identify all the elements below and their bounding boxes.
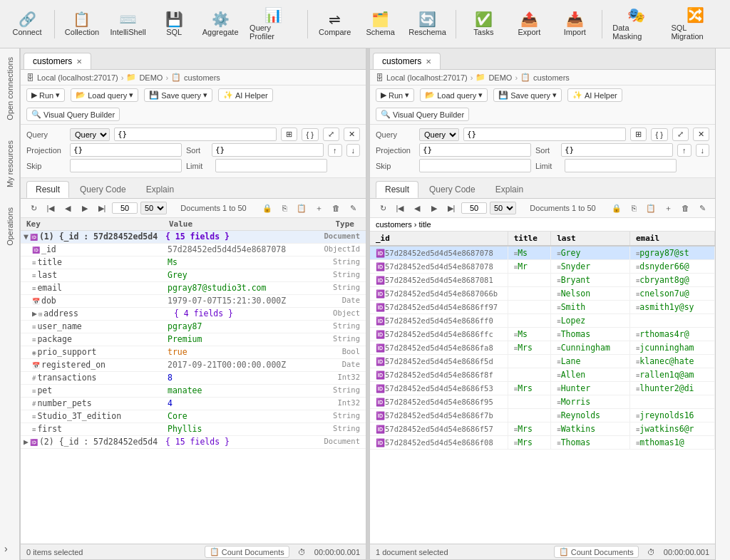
grid-cell-_id[interactable]: 🆔57d28452ed5d4d54e8686f5d [370,355,508,368]
right-query-format-btn[interactable]: { } [651,128,668,141]
left-sort-asc-btn[interactable]: ↑ [328,144,342,157]
left-load-query-button[interactable]: 📂 Load query ▾ [71,88,138,102]
col-header-title[interactable]: title [508,232,551,246]
tree-row[interactable]: ≡pet manatee String [21,385,366,398]
grid-cell-last[interactable]: ≡Morris [551,395,630,409]
right-ai-helper-button[interactable]: ✨ AI Helper [567,88,622,102]
grid-cell-email[interactable]: ≡jcunningham [629,341,714,355]
right-limit-input[interactable] [565,159,677,172]
grid-cell-title[interactable]: ≡Mrs [508,436,551,450]
tree-row[interactable]: ≡title Ms String [21,256,366,269]
tree-toggle[interactable]: ▶ [24,437,29,447]
left-tab-result[interactable]: Result [26,181,69,198]
tree-row[interactable]: ≡first Phyllis String [21,423,366,436]
right-tab-result[interactable]: Result [376,181,418,198]
grid-data-row[interactable]: 🆔57d28452ed5d4d54e8686ffc≡Ms≡Thomas≡rtho… [370,328,715,341]
col-header-id[interactable]: _id [370,232,508,246]
grid-cell-email[interactable]: ≡cnelson7u@ [629,287,714,301]
left-tab-query-code[interactable]: Query Code [71,181,135,198]
tree-row[interactable]: #transactions 8 Int32 [21,372,366,385]
grid-cell-last[interactable]: ≡Snyder [551,260,630,274]
grid-cell-last[interactable]: ≡Lopez [551,314,630,328]
left-last-btn[interactable]: ▶| [95,201,109,215]
tree-row[interactable]: ≡package Premium String [21,333,366,346]
grid-cell-email[interactable]: ≡rallen1q@am [629,368,714,382]
right-delete-btn[interactable]: 🗑 [678,201,692,215]
grid-cell-title[interactable] [508,274,551,287]
grid-cell-last[interactable]: ≡Thomas [551,436,630,450]
right-tab-customers[interactable]: customers ✕ [373,53,441,69]
right-sort-desc-btn[interactable]: ↓ [696,144,710,157]
grid-cell-_id[interactable]: 🆔57d28452ed5d4d54e8686f8f [370,368,508,382]
grid-cell-_id[interactable]: 🆔57d28452ed5d4d54e8687078 [370,246,508,260]
grid-data-row[interactable]: 🆔57d28452ed5d4d54e8686f95≡Morris [370,395,715,409]
right-count-documents-button[interactable]: 📋 Count Documents [554,546,639,558]
toolbar-data-masking[interactable]: 🎭 Data Masking [608,5,664,43]
grid-cell-last[interactable]: ≡Allen [551,368,630,382]
grid-data-row[interactable]: 🆔57d28452ed5d4d54e8686f7b≡Reynolds≡jreyn… [370,409,715,422]
grid-cell-_id[interactable]: 🆔57d28452ed5d4d54e8686f57 [370,422,508,436]
left-paste-btn[interactable]: 📋 [294,201,309,215]
left-skip-input[interactable] [70,159,182,172]
grid-cell-email[interactable]: ≡rthomas4r@ [629,328,714,341]
left-save-query-button[interactable]: 💾 Save query ▾ [144,88,212,102]
left-ai-helper-button[interactable]: ✨ AI Helper [218,88,273,102]
toolbar-sql-migration[interactable]: 🔀 SQL Migration [667,5,724,43]
tree-row[interactable]: #number_pets 4 Int32 [21,398,366,410]
grid-cell-_id[interactable]: 🆔57d28452ed5d4d54e8686ff97 [370,301,508,314]
tree-row[interactable]: 📅dob 1979-07-07T15:21:30.000Z Date [21,295,366,308]
sidebar-arrow[interactable]: › [4,543,8,554]
right-visual-query-button[interactable]: 🔍 Visual Query Builder [376,108,469,121]
grid-cell-email[interactable]: ≡lhunter2@di [629,382,714,395]
right-lock-btn[interactable]: 🔒 [610,201,624,215]
toolbar-compare[interactable]: ⇌ Compare [314,9,356,39]
right-copy-btn[interactable]: ⎘ [627,201,641,215]
grid-cell-_id[interactable]: 🆔57d28452ed5d4d54e8686f95 [370,395,508,409]
toolbar-aggregate[interactable]: ⚙️ Aggregate [198,9,242,39]
grid-cell-title[interactable]: ≡Mrs [508,341,551,355]
right-skip-input[interactable] [419,159,531,172]
grid-cell-_id[interactable]: 🆔57d28452ed5d4d54e8687066b [370,287,508,301]
grid-cell-email[interactable]: ≡asmith1y@sy [629,301,714,314]
tree-toggle[interactable]: ▼ [24,232,29,242]
col-header-last[interactable]: last [551,232,630,246]
left-delete-btn[interactable]: 🗑 [329,201,343,215]
grid-cell-last[interactable]: ≡Thomas [551,328,630,341]
save-dropdown-icon[interactable]: ▾ [203,90,207,100]
tree-row[interactable]: ◉prio_support true Bool [21,346,366,359]
left-projection-input[interactable] [70,143,182,157]
grid-cell-last[interactable]: ≡Hunter [551,382,630,395]
right-add-btn[interactable]: ＋ [661,201,675,215]
right-query-type-select[interactable]: Query [419,128,459,141]
right-sort-asc-btn[interactable]: ↑ [677,144,692,157]
tree-row[interactable]: ≡user_name pgray87 String [21,321,366,333]
run-dropdown-icon[interactable]: ▾ [56,90,60,100]
left-sort-input[interactable] [212,143,324,157]
grid-cell-title[interactable]: ≡Ms [508,246,551,260]
left-query-options-btn[interactable]: ⊞ [281,128,297,141]
grid-cell-_id[interactable]: 🆔57d28452ed5d4d54e8686f08 [370,436,508,450]
left-run-button[interactable]: ▶ Run ▾ [26,88,65,102]
toolbar-query-profiler[interactable]: 📊 Query Profiler [245,5,302,43]
tree-row[interactable]: ≡email pgray87@studio3t.com String [21,282,366,295]
right-sort-input[interactable] [561,143,673,157]
grid-data-row[interactable]: 🆔57d28452ed5d4d54e8687078≡Mr≡Snyder≡dsny… [370,260,715,274]
right-query-clear-btn[interactable]: ✕ [693,128,709,141]
toolbar-tasks[interactable]: ✅ Tasks [462,9,505,39]
grid-data-row[interactable]: 🆔57d28452ed5d4d54e8686f08≡Mrs≡Thomas≡mth… [370,436,715,450]
left-query-expand-btn[interactable]: ⤢ [323,128,339,141]
grid-cell-title[interactable] [508,301,551,314]
grid-cell-email[interactable]: ≡jreynolds16 [629,409,714,422]
right-tab-explain[interactable]: Explain [486,181,533,198]
left-tab-explain[interactable]: Explain [137,181,183,198]
grid-cell-title[interactable]: ≡Mr [508,260,551,274]
grid-data-row[interactable]: 🆔57d28452ed5d4d54e8686fa8≡Mrs≡Cunningham… [370,341,715,355]
col-header-email[interactable]: email [629,232,714,246]
toolbar-export[interactable]: 📤 Export [508,9,550,39]
left-prev-btn[interactable]: ◀ [61,201,75,215]
left-edit-btn[interactable]: ✎ [346,201,360,215]
left-limit-input[interactable] [215,159,327,172]
left-add-btn[interactable]: ＋ [312,201,326,215]
right-prev-btn[interactable]: ◀ [410,201,424,215]
tree-row[interactable]: ▶ 🆔(2) {_id : 57d28452ed5d4 { 15 fields … [21,436,366,449]
